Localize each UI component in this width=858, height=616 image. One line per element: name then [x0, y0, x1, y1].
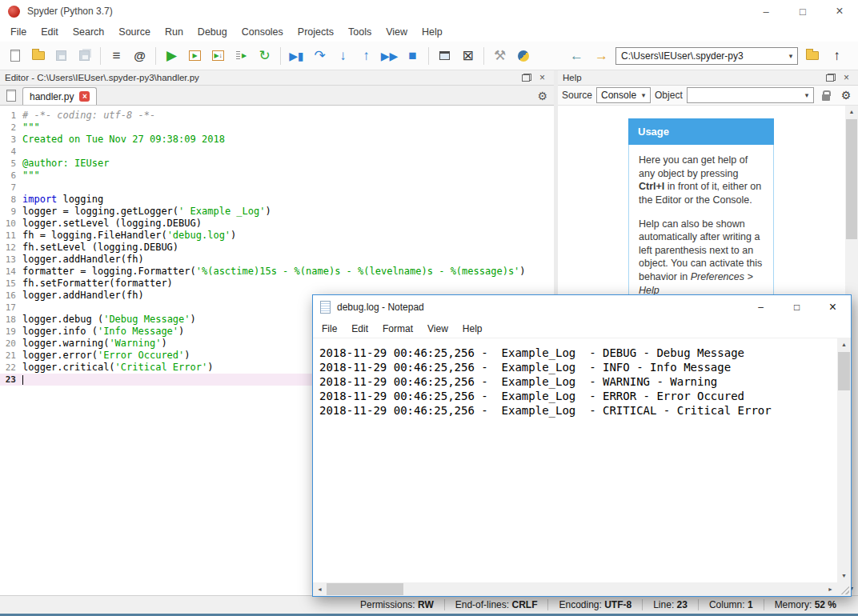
code-line-11[interactable]: 11fh = logging.FileHandler('debug.log')	[0, 230, 554, 242]
notepad-maximize-button[interactable]: □	[779, 295, 815, 319]
debug-file-button[interactable]: ▶▮	[286, 45, 307, 66]
pythonpath-button[interactable]	[512, 45, 534, 66]
scrollbar-thumb[interactable]	[327, 583, 403, 595]
open-file-button[interactable]	[27, 45, 49, 66]
source-combobox[interactable]: Console ▾	[596, 87, 651, 103]
line-number[interactable]: 6	[0, 170, 22, 182]
line-number[interactable]: 2	[0, 122, 22, 134]
notepad-menu-edit[interactable]: Edit	[344, 322, 375, 336]
code-line-1[interactable]: 1# -*- coding: utf-8 -*-	[0, 110, 554, 122]
code-line-3[interactable]: 3Created on Tue Nov 27 09:38:09 2018	[0, 134, 554, 146]
scroll-up-icon[interactable]: ▲	[837, 338, 851, 351]
line-number[interactable]: 16	[0, 290, 22, 302]
maximize-pane-button[interactable]	[434, 45, 455, 66]
spyder-menu-help[interactable]: Help	[415, 24, 450, 40]
new-file-button[interactable]	[4, 45, 26, 66]
run-cell-button[interactable]: ▶	[184, 45, 206, 66]
line-number[interactable]: 21	[0, 350, 22, 362]
code-line-5[interactable]: 5@author: IEUser	[0, 158, 554, 170]
editor-close-button[interactable]: ×	[535, 72, 549, 84]
line-number[interactable]: 13	[0, 254, 22, 266]
help-close-button[interactable]: ×	[840, 72, 853, 84]
notepad-horizontal-scrollbar[interactable]: ◄ ►	[313, 582, 837, 596]
working-directory-combobox[interactable]: C:\Users\IEUser\.spyder-py3 ▾	[615, 47, 798, 65]
code-line-8[interactable]: 8import logging	[0, 194, 554, 206]
save-all-button[interactable]	[74, 45, 95, 66]
line-number[interactable]: 14	[0, 266, 22, 278]
minimize-button[interactable]: –	[748, 0, 784, 22]
notepad-window[interactable]: debug.log - Notepad – □ × FileEditFormat…	[312, 294, 852, 597]
code-line-7[interactable]: 7	[0, 182, 554, 194]
line-number[interactable]: 1	[0, 110, 22, 122]
notepad-menu-view[interactable]: View	[420, 322, 455, 336]
line-number[interactable]: 23	[0, 374, 22, 386]
notepad-menu-file[interactable]: File	[315, 322, 344, 336]
spyder-menu-view[interactable]: View	[379, 24, 415, 40]
help-undock-button[interactable]	[824, 72, 837, 84]
scroll-left-icon[interactable]: ◄	[313, 582, 327, 596]
line-number[interactable]: 18	[0, 314, 22, 326]
line-number[interactable]: 19	[0, 326, 22, 338]
code-line-15[interactable]: 15fh.setFormatter(formatter)	[0, 278, 554, 290]
symbol-finder-button[interactable]: @	[129, 45, 150, 66]
code-line-4[interactable]: 4	[0, 146, 554, 158]
line-number[interactable]: 5	[0, 158, 22, 170]
notepad-minimize-button[interactable]: –	[743, 295, 779, 319]
spyder-menu-debug[interactable]: Debug	[190, 24, 235, 40]
line-number[interactable]: 22	[0, 362, 22, 374]
help-options-button[interactable]: ⚙	[838, 87, 854, 103]
line-number[interactable]: 15	[0, 278, 22, 290]
lock-button[interactable]	[818, 87, 834, 103]
tab-handler-py[interactable]: handler.py ×	[22, 87, 97, 105]
spyder-menu-run[interactable]: Run	[158, 24, 190, 40]
scroll-up-icon[interactable]: ▲	[845, 106, 858, 118]
run-selection-button[interactable]: ▶	[231, 45, 252, 66]
scrollbar-thumb[interactable]	[838, 352, 850, 390]
editor-undock-button[interactable]	[519, 72, 533, 84]
spyder-menu-file[interactable]: File	[3, 24, 34, 40]
line-number[interactable]: 11	[0, 230, 22, 242]
continue-button[interactable]: ▶▶	[379, 45, 400, 66]
browse-directory-button[interactable]	[801, 45, 823, 66]
line-number[interactable]: 10	[0, 218, 22, 230]
browse-tabs-button[interactable]	[3, 87, 19, 103]
code-line-12[interactable]: 12fh.setLevel (logging.DEBUG)	[0, 242, 554, 254]
run-file-button[interactable]: ▶	[161, 45, 182, 66]
fullscreen-button[interactable]: ⊠	[457, 45, 479, 66]
code-line-6[interactable]: 6"""	[0, 170, 554, 182]
spyder-menu-tools[interactable]: Tools	[341, 24, 379, 40]
tools-button[interactable]: ⚒	[489, 45, 511, 66]
spyder-menu-search[interactable]: Search	[66, 24, 112, 40]
code-line-14[interactable]: 14formatter = logging.Formatter('%(ascti…	[0, 266, 554, 278]
rerun-cell-button[interactable]: ↻	[254, 45, 275, 66]
line-number[interactable]: 7	[0, 182, 22, 194]
line-number[interactable]: 8	[0, 194, 22, 206]
code-line-9[interactable]: 9logger = logging.getLogger(' Example _L…	[0, 206, 554, 218]
spyder-menu-projects[interactable]: Projects	[291, 24, 341, 40]
close-button[interactable]: ×	[821, 0, 858, 22]
line-number[interactable]: 12	[0, 242, 22, 254]
maximize-button[interactable]: □	[784, 0, 821, 22]
line-number[interactable]: 4	[0, 146, 22, 158]
notepad-vertical-scrollbar[interactable]: ▲ ▼	[837, 338, 851, 582]
step-out-button[interactable]: ↑	[355, 45, 377, 66]
code-line-13[interactable]: 13logger.addHandler(fh)	[0, 254, 554, 266]
spyder-menu-source[interactable]: Source	[111, 24, 158, 40]
notepad-text-area[interactable]: 2018-11-29 00:46:25,256 - Example_Log - …	[313, 338, 837, 582]
scrollbar-thumb[interactable]	[846, 119, 857, 239]
forward-button[interactable]: →	[591, 45, 612, 66]
editor-options-button[interactable]: ⚙	[537, 90, 547, 102]
code-line-10[interactable]: 10logger.setLevel (logging.DEBUG)	[0, 218, 554, 230]
chevron-down-icon[interactable]: ▾	[784, 52, 797, 60]
scroll-right-icon[interactable]: ►	[824, 582, 837, 596]
step-into-button[interactable]: ↓	[332, 45, 354, 66]
object-combobox[interactable]: ▾	[687, 87, 814, 103]
file-switcher-button[interactable]: ≡	[106, 45, 127, 66]
step-over-button[interactable]: ↷	[309, 45, 331, 66]
line-number[interactable]: 20	[0, 338, 22, 350]
scroll-down-icon[interactable]: ▼	[837, 570, 851, 582]
save-button[interactable]	[50, 45, 72, 66]
spyder-menu-consoles[interactable]: Consoles	[235, 24, 291, 40]
code-line-2[interactable]: 2"""	[0, 122, 554, 134]
back-button[interactable]: ←	[566, 45, 587, 66]
